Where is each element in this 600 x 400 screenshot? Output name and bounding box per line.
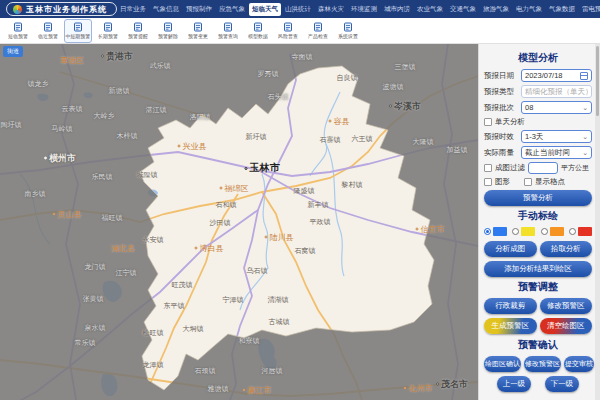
report-icon (43, 22, 53, 32)
confirm-button-0[interactable]: 绘图区确认 (484, 356, 521, 372)
graphic-checkbox[interactable] (484, 178, 492, 186)
radio-icon (512, 228, 519, 235)
panel-title: 模型分析 (484, 51, 592, 65)
manual-title: 手动标绘 (484, 209, 592, 223)
color-radio-1[interactable] (512, 227, 535, 236)
color-radio-group (484, 227, 592, 236)
tool-item-7[interactable]: 预警查询 (214, 19, 242, 43)
nav-item-1[interactable]: 气象信息 (150, 3, 182, 16)
tool-item-5[interactable]: 预警解除 (154, 19, 182, 43)
app-title: 玉林市业务制作系统 (26, 4, 107, 15)
tool-item-4[interactable]: 预警提醒 (124, 19, 152, 43)
report-icon (163, 22, 173, 32)
type-label: 预报类型 (484, 87, 518, 97)
filter-label: 成图过滤 (495, 163, 525, 173)
calendar-icon (580, 72, 588, 80)
tool-item-1[interactable]: 临近预警 (34, 19, 62, 43)
panel-scrollbar[interactable] (595, 44, 600, 400)
confirm-nav-buttons: 上一级下一级 (484, 376, 592, 392)
adjust-button-3[interactable]: 清空绘图区 (540, 318, 593, 334)
batch-label: 预报批次 (484, 103, 518, 113)
filter-checkbox[interactable] (484, 164, 492, 172)
filter-unit: 平方公里 (561, 163, 589, 173)
color-radio-0[interactable] (484, 227, 507, 236)
rain-label: 实际雨量 (484, 148, 518, 158)
graphic-label: 图形 (495, 177, 510, 187)
single-day-label: 单天分析 (495, 117, 525, 127)
manual-buttons: 分析成图拾取分析 (484, 241, 592, 257)
report-icon (13, 22, 23, 32)
color-radio-2[interactable] (541, 227, 564, 236)
tool-item-9[interactable]: 风险普查 (274, 19, 302, 43)
manual-button-0[interactable]: 分析成图 (484, 241, 537, 257)
nav-item-13[interactable]: 气象数据 (546, 3, 578, 16)
tool-item-11[interactable]: 系统设置 (334, 19, 362, 43)
radio-icon (569, 228, 576, 235)
report-icon (253, 22, 263, 32)
adjust-button-1[interactable]: 修改预警区 (540, 298, 593, 314)
nav-item-14[interactable]: 雷电预警 (579, 3, 600, 16)
chevron-down-icon: ⌄ (582, 104, 588, 112)
tool-item-10[interactable]: 产品检查 (304, 19, 332, 43)
confirm-nav-button-1[interactable]: 下一级 (545, 376, 579, 392)
report-icon (133, 22, 143, 32)
report-icon (103, 22, 113, 32)
map-canvas[interactable] (0, 44, 478, 400)
nav-item-11[interactable]: 旅游气象 (480, 3, 512, 16)
analyze-button[interactable]: 预警分析 (484, 190, 592, 206)
date-input[interactable]: 2023/07/18 (521, 69, 592, 82)
color-radio-3[interactable] (569, 227, 592, 236)
adjust-title: 预警调整 (484, 280, 592, 294)
nav-item-7[interactable]: 环境监测 (348, 3, 380, 16)
nav-item-8[interactable]: 城市内涝 (381, 3, 413, 16)
nav-item-5[interactable]: 山洪统计 (282, 3, 314, 16)
adjust-button-0[interactable]: 行政裁剪 (484, 298, 537, 314)
color-swatch (521, 227, 535, 236)
tool-item-8[interactable]: 模型数据 (244, 19, 272, 43)
nav-item-3[interactable]: 应急气象 (216, 3, 248, 16)
toolbar: 短临预警 临近预警 中短期预警 长期预警 预警提醒 预警解除 预警变更 预警查询… (0, 18, 600, 44)
map-layer-badge[interactable]: 街道 (3, 46, 23, 57)
adjust-button-2[interactable]: 生成预警区 (484, 318, 537, 334)
report-icon (223, 22, 233, 32)
confirm-button-1[interactable]: 修改预警区 (524, 356, 561, 372)
nav-item-9[interactable]: 农业气象 (414, 3, 446, 16)
nav-item-0[interactable]: 日常业务 (117, 3, 149, 16)
filter-area-input[interactable] (528, 162, 558, 174)
nav-item-12[interactable]: 电力气象 (513, 3, 545, 16)
add-result-button[interactable]: 添加分析结果到绘区 (484, 261, 592, 277)
nav-item-10[interactable]: 交通气象 (447, 3, 479, 16)
tool-item-0[interactable]: 短临预警 (4, 19, 32, 43)
analysis-panel: 模型分析 预报日期 2023/07/18 预报类型 精细化预报（单天） 预报批次… (478, 44, 600, 400)
color-swatch (550, 227, 564, 236)
app-logo[interactable]: 玉林市业务制作系统 (6, 2, 117, 16)
type-input[interactable]: 精细化预报（单天） (521, 85, 592, 98)
app-window: 玉林市业务制作系统 日常业务气象信息预报制作应急气象短临天气山洪统计森林火灾环境… (0, 0, 600, 400)
rain-select[interactable]: 截止当前时间 ⌄ (521, 146, 592, 159)
report-icon (193, 22, 203, 32)
confirm-button-2[interactable]: 提交审核 (564, 356, 594, 372)
tool-item-6[interactable]: 预警变更 (184, 19, 212, 43)
nav-item-6[interactable]: 森林火灾 (315, 3, 347, 16)
nav-item-2[interactable]: 预报制作 (183, 3, 215, 16)
single-day-checkbox[interactable] (484, 118, 492, 126)
nav-item-4[interactable]: 短临天气 (249, 3, 281, 16)
grid-checkbox[interactable] (524, 178, 532, 186)
manual-button-1[interactable]: 拾取分析 (540, 241, 593, 257)
confirm-nav-button-0[interactable]: 上一级 (497, 376, 531, 392)
batch-select[interactable]: 08 ⌄ (521, 101, 592, 114)
chevron-down-icon: ⌄ (582, 149, 588, 157)
radio-icon (484, 228, 491, 235)
period-label: 预报时效 (484, 132, 518, 142)
grid-label: 显示格点 (535, 177, 565, 187)
confirm-title: 预警确认 (484, 338, 592, 352)
map-container[interactable]: 街道 贵港市覃塘区武乐镇镇龙乡新塘镇云表镇大岭乡湛江镇洛阳镇马岭镇陶圩镇横州市木… (0, 44, 478, 400)
adjust-buttons-row2: 生成预警区清空绘图区 (484, 318, 592, 334)
report-icon (313, 22, 323, 32)
top-nav-menu: 日常业务气象信息预报制作应急气象短临天气山洪统计森林火灾环境监测城市内涝农业气象… (117, 3, 600, 16)
tool-item-2[interactable]: 中短期预警 (64, 19, 92, 43)
period-select[interactable]: 1-3天 ⌄ (521, 130, 592, 143)
report-icon (73, 22, 83, 32)
tool-item-3[interactable]: 长期预警 (94, 19, 122, 43)
radio-icon (541, 228, 548, 235)
